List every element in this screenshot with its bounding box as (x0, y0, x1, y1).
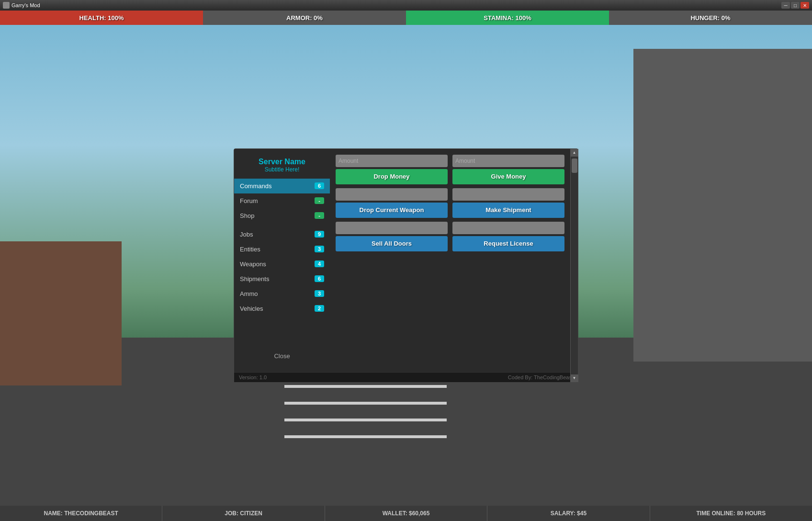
drop-money-button[interactable]: Drop Money (336, 169, 448, 184)
make-shipment-spacer (452, 188, 564, 201)
player-time-online: TIME ONLINE: 80 HOURS (650, 506, 812, 521)
hunger-bar: HUNGER: 0% (609, 11, 812, 25)
health-bar: HEALTH: 100% (0, 11, 203, 25)
nav-badge-ammo: 3 (315, 290, 324, 297)
sidebar-item-ammo[interactable]: Ammo 3 (234, 286, 330, 301)
server-info: Server Name Subtitle Here! (234, 154, 330, 179)
server-subtitle: Subtitle Here! (236, 166, 328, 173)
drop-money-group: Drop Money (336, 155, 448, 184)
coded-by-text: Coded By: TheCodingBeast (508, 374, 573, 380)
nav-label-forum: Forum (240, 197, 258, 204)
drop-weapon-group: Drop Current Weapon (336, 188, 448, 218)
nav-label-weapons: Weapons (240, 260, 266, 268)
drop-weapon-button[interactable]: Drop Current Weapon (336, 203, 448, 218)
sidebar-item-jobs[interactable]: Jobs 9 (234, 227, 330, 242)
modal-inner: Server Name Subtitle Here! Commands 6 Fo… (234, 149, 570, 372)
modal-scrollbar[interactable]: ▲ ▼ (570, 149, 578, 382)
command-row-3: Sell All Doors Request License (336, 222, 564, 251)
close-window-button[interactable]: ✕ (801, 2, 809, 9)
make-shipment-button[interactable]: Make Shipment (452, 203, 564, 218)
request-license-group: Request License (452, 222, 564, 251)
app-icon (3, 2, 10, 9)
server-name-text: Server Name (236, 158, 328, 166)
sidebar-item-shipments[interactable]: Shipments 6 (234, 272, 330, 286)
player-job: JOB: CITIZEN (162, 506, 325, 521)
title-bar-text: Garry's Mod (3, 2, 40, 9)
nav-badge-shop: - (315, 212, 324, 219)
window-title: Garry's Mod (11, 2, 40, 8)
scroll-thumb[interactable] (572, 159, 577, 173)
make-shipment-group: Make Shipment (452, 188, 564, 218)
nav-label-jobs: Jobs (240, 231, 253, 238)
minimize-button[interactable]: ─ (781, 2, 790, 9)
nav-badge-vehicles: 2 (315, 305, 324, 312)
nav-label-commands: Commands (240, 182, 271, 190)
maximize-button[interactable]: □ (791, 2, 800, 9)
main-modal: ▲ ▼ Server Name Subtitle Here! Commands … (234, 148, 578, 383)
sidebar-item-commands[interactable]: Commands 6 (234, 179, 330, 193)
version-bar: Version: 1.0 Coded By: TheCodingBeast (234, 372, 578, 382)
command-row-1: Drop Money Give Money (336, 155, 564, 184)
scroll-down-button[interactable]: ▼ (571, 374, 578, 382)
command-row-2: Drop Current Weapon Make Shipment (336, 188, 564, 218)
player-wallet: WALLET: $60,065 (325, 506, 487, 521)
nav-label-shipments: Shipments (240, 275, 269, 283)
version-text: Version: 1.0 (239, 374, 267, 380)
nav-label-ammo: Ammo (240, 290, 258, 297)
bottom-bar: NAME: THECODINGBEAST JOB: CITIZEN WALLET… (0, 506, 812, 521)
sell-doors-button[interactable]: Sell All Doors (336, 236, 448, 251)
give-money-amount-input[interactable] (452, 155, 564, 167)
sidebar: Server Name Subtitle Here! Commands 6 Fo… (234, 149, 330, 372)
drop-weapon-spacer (336, 188, 448, 201)
request-license-spacer (452, 222, 564, 234)
request-license-button[interactable]: Request License (452, 236, 564, 251)
give-money-button[interactable]: Give Money (452, 169, 564, 184)
nav-badge-commands: 6 (315, 182, 324, 189)
scroll-up-button[interactable]: ▲ (571, 149, 578, 157)
player-name: NAME: THECODINGBEAST (0, 506, 162, 521)
window-controls: ─ □ ✕ (781, 2, 809, 9)
nav-badge-jobs: 9 (315, 231, 324, 238)
content-area: Drop Money Give Money Drop Current Weapo… (330, 149, 570, 372)
nav-badge-shipments: 6 (315, 275, 324, 282)
player-salary: SALARY: $45 (487, 506, 650, 521)
sell-doors-group: Sell All Doors (336, 222, 448, 251)
nav-badge-entities: 3 (315, 246, 324, 252)
sidebar-item-forum[interactable]: Forum - (234, 193, 330, 208)
status-bars: HEALTH: 100% ARMOR: 0% STAMINA: 100% HUN… (0, 11, 812, 25)
sell-doors-spacer (336, 222, 448, 234)
modal-overlay: ▲ ▼ Server Name Subtitle Here! Commands … (0, 25, 812, 506)
drop-money-amount-input[interactable] (336, 155, 448, 167)
armor-bar: ARMOR: 0% (203, 11, 406, 25)
nav-label-entities: Entities (240, 246, 260, 253)
nav-badge-forum: - (315, 197, 324, 204)
sidebar-item-weapons[interactable]: Weapons 4 (234, 257, 330, 272)
nav-label-vehicles: Vehicles (240, 305, 263, 312)
stamina-bar: STAMINA: 100% (406, 11, 609, 25)
sidebar-item-entities[interactable]: Entities 3 (234, 242, 330, 257)
sidebar-item-vehicles[interactable]: Vehicles 2 (234, 301, 330, 316)
give-money-group: Give Money (452, 155, 564, 184)
nav-badge-weapons: 4 (315, 260, 324, 267)
nav-label-shop: Shop (240, 212, 254, 219)
close-modal-button[interactable]: Close (234, 345, 330, 367)
title-bar: Garry's Mod ─ □ ✕ (0, 0, 812, 11)
sidebar-item-shop[interactable]: Shop - (234, 208, 330, 223)
